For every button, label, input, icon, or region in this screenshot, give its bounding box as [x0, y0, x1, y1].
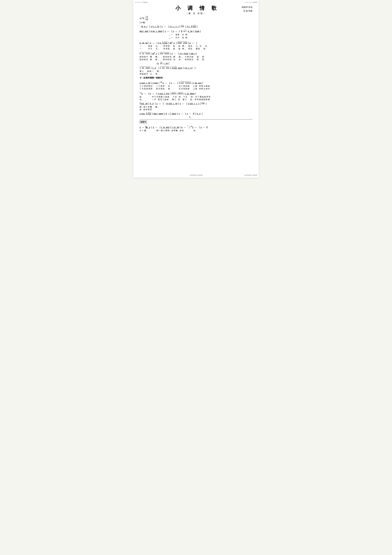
composer-label: 石 焱 作曲 — [242, 9, 252, 13]
score-line-5: 2 65 4565｜5 2· ｜2 65 432｜3·532 i253｜2·6 … — [140, 66, 252, 75]
title-area: 小 调 情 歌 （蒙 克 演唱） 胡风华 作词 石 焱 作曲 — [140, 5, 252, 15]
lyric-3-1: 一 道道 山， 哥哥想 妹 妹 哟， 想在 心 尖 尖。 — [140, 45, 252, 47]
notation-9: 2·225 3·532｜i027 6045｜6· i｜5053｜2 ― ｜2 ―… — [140, 112, 252, 116]
notation-3: 6 76 56｜2 ― ｜2·5 3·532｜i66 i·｜2605 456i｜… — [140, 41, 252, 45]
notation-5h: （2 23 i 76｜ — [140, 62, 252, 65]
lyric-3-2: 一 片片 天， 哥哥想 妹 妹 哟， 想在 眼前 前。 — [140, 47, 252, 50]
coda-header: 结束句 — [140, 120, 252, 124]
author-area: 胡风华 作词 石 焱 作曲 — [242, 5, 252, 13]
notation-2: i027 645｜6·56 i 5043｜2 ― ｜2 ― ）‖: 6·7 6 … — [140, 29, 252, 33]
lyric-2-1: 1.一 道道 水 哟 — [140, 33, 252, 37]
watermark-top-right: ww.ktvs.cm 词曲网 — [244, 1, 257, 3]
sheet-music-page: ※ ktv01.cm 词曲网 ww.ktvs.cm 词曲网 本曲谱源自 词曲网 … — [133, 0, 259, 178]
notation-10: 2 ― ‖6 2·｜2 ― ｜i i2 655｜i i2 36｜6 ― ˅｜23… — [140, 125, 252, 129]
lyric-5-1: 看上 妹妹一 眼。 — [140, 70, 252, 73]
lyric-8-2: 妹 妹你双双 — [140, 108, 252, 111]
score-line-6: 2·223 i 76｜5·356｜24¹2 ― ｜2 ― ｜2·225 5353… — [140, 80, 252, 90]
watermark-top-left: ※ ktv01.cm 词曲网 — [135, 1, 148, 3]
notation-6: 2·223 i 76｜5·356｜24¹2 ― ｜2 ― ｜2·225 5353… — [140, 80, 252, 85]
key-area: 1=#C 2 4 ♩＝62 — [140, 16, 252, 24]
score-line-4: 6 22 3532｜i66 i·｜255 6543｜2 ― ｜2·5 5532｜… — [140, 51, 252, 61]
main-title: 小 调 情 歌 — [140, 5, 252, 12]
score-line-9: 2·225 3·532｜i027 6045｜6· i｜5053｜2 ― ｜2 ―… — [140, 112, 252, 118]
lyric-9-2: 飞。 — [140, 116, 252, 118]
divider — [140, 119, 252, 119]
lyric-4-2: 想你的红 脸 脸， 想你的花 衫 衫， 想来想去 就 想 — [140, 58, 252, 61]
notation-8: 5332 56｜6 2·｜2 ― ｜（2·225 i 76｜2 ― ｜2·225… — [140, 102, 252, 106]
tempo: ♩＝62 — [140, 21, 252, 24]
lyric-6-1: 三十里的明沙 二十里的 水， 五十里的路 上我 来呀么看妹 — [140, 85, 252, 88]
key-tonic: 1=#C — [140, 16, 145, 20]
score-line-1: （0 6 i ｜2·5 i 76｜2 ― ｜2·5 i 7 i｜i76·｜2·5… — [140, 25, 252, 29]
lyric-7-2: 你， 一天 我见了妹妹 整三 回，整三 回，哥哥我就想跟着 — [140, 98, 252, 101]
lyric-6-2: 三月里的风呀 四月里的 雨， 五月里的坡 上我 来呀么来约 — [140, 88, 252, 90]
score-line-5h: （2 23 i 76｜ — [140, 62, 252, 65]
lyric-5-2: 把妹妹手 儿 牵。 — [140, 73, 252, 75]
lyric-7-1: 妹， 半个月我看了妹妹 十五 回，十五 回，为了看妹妹哥哥 — [140, 95, 252, 98]
lyric-4-1: 想你的巧 嘴 嘴， 想你的毛 眼 眼， 千想万想 就 想 — [140, 56, 252, 58]
score-line-7: 176 ― ｜6 ― ｜2·223 i i76｜2654｜6632｜i i2 6… — [140, 91, 252, 101]
score-line-10: 2 ― ‖6 2·｜2 ― ｜i i2 655｜i i2 36｜6 ― ˅｜23… — [140, 125, 252, 132]
score-line-3: 6 76 56｜2 ― ｜2·5 3·532｜i66 i·｜2605 456i｜… — [140, 41, 252, 50]
notation-5: 2 65 4565｜5 2· ｜2 65 432｜3·532 i253｜2·6 … — [140, 66, 252, 70]
subtitle: （蒙 克 演唱） — [140, 12, 252, 15]
notation-7: 176 ― ｜6 ― ｜2·223 i i76｜2654｜6632｜i i2 6… — [140, 91, 252, 95]
score-line-2: i027 645｜6·56 i 5043｜2 ― ｜2 ― ）‖: 6·7 6 … — [140, 29, 252, 39]
notation-1: （0 6 i ｜2·5 i 76｜2 ― ｜2·5 i 7 i｜i76·｜2·5… — [140, 25, 252, 29]
time-signature: 2 4 — [146, 16, 148, 21]
watermark-bottom-right: 本曲谱源自 词曲网 — [244, 174, 257, 176]
score-container: （0 6 i ｜2·5 i 76｜2 ― ｜2·5 i 7 i｜i76·｜2·5… — [140, 25, 252, 133]
lyric-8-1: 跑 成了罗圈 腿。 — [140, 106, 252, 108]
score-line-8: 5332 56｜6 2·｜2 ― ｜（2·225 i 76｜2 ― ｜2·225… — [140, 102, 252, 111]
lyric-10-1: D.S.腿。 唱一曲小调我 送呀嘛 送给 你。 — [140, 129, 252, 132]
watermark-bottom-center: 本曲谱源自 词曲网 — [190, 174, 203, 176]
notation-4: 6 22 3532｜i66 i·｜255 6543｜2 ― ｜2·5 5532｜… — [140, 51, 252, 56]
section-marker: ※（反复时唱第一段歌词） — [140, 76, 252, 80]
lyricist-label: 胡风华 作词 — [242, 5, 252, 9]
lyric-2-2: 2.一 片片 花 哟 — [140, 37, 252, 39]
